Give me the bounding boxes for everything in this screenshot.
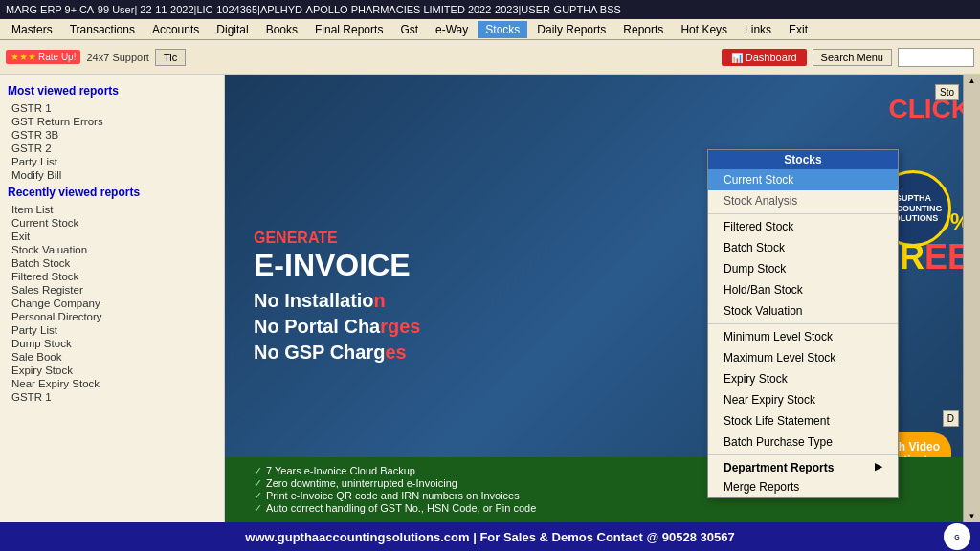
dropdown-current-stock[interactable]: Current Stock bbox=[708, 169, 898, 190]
sidebar-item-expiry-stock[interactable]: Expiry Stock bbox=[8, 364, 216, 377]
toolbar: ★★★ Rate Up! 24x7 Support Tic 📊 Dashboar… bbox=[0, 40, 980, 75]
menu-bar: Masters Transactions Accounts Digital Bo… bbox=[0, 19, 980, 40]
sidebar-item-personal-dir[interactable]: Personal Directory bbox=[8, 310, 216, 323]
sto-label: Sto bbox=[935, 84, 959, 100]
dropdown-near-expiry-stock[interactable]: Near Expiry Stock bbox=[708, 389, 898, 410]
menu-final-reports[interactable]: Final Reports bbox=[307, 21, 390, 38]
dropdown-batch-stock[interactable]: Batch Stock bbox=[708, 237, 898, 258]
sidebar-item-stock-valuation[interactable]: Stock Valuation bbox=[8, 243, 216, 256]
scroll-up-btn[interactable]: ▲ bbox=[969, 77, 976, 85]
menu-exit[interactable]: Exit bbox=[781, 21, 815, 38]
stocks-dropdown-header: Stocks bbox=[708, 150, 898, 169]
d-label: D bbox=[943, 410, 959, 427]
recently-viewed-title: Recently viewed reports bbox=[8, 186, 216, 199]
menu-gst[interactable]: Gst bbox=[392, 21, 426, 38]
sidebar-item-item-list[interactable]: Item List bbox=[8, 203, 216, 216]
dropdown-dept-reports[interactable]: Department Reports ▶ bbox=[708, 457, 898, 476]
scroll-down-btn[interactable]: ▼ bbox=[969, 512, 976, 520]
sidebar-item-change-company[interactable]: Change Company bbox=[8, 297, 216, 310]
arrow-icon: ▶ bbox=[875, 461, 882, 472]
menu-accounts[interactable]: Accounts bbox=[145, 21, 207, 38]
sidebar-item-batch-stock[interactable]: Batch Stock bbox=[8, 256, 216, 270]
menu-masters[interactable]: Masters bbox=[4, 21, 60, 38]
search-input[interactable] bbox=[898, 48, 974, 67]
menu-digital[interactable]: Digital bbox=[209, 21, 256, 38]
sidebar-item-sales-register[interactable]: Sales Register bbox=[8, 283, 216, 297]
stocks-dropdown: Stocks Current Stock Stock Analysis Filt… bbox=[707, 149, 899, 498]
sidebar-item-gstr1[interactable]: GSTR 1 bbox=[8, 101, 216, 115]
title-bar: MARG ERP 9+|CA-99 User| 22-11-2022|LIC-1… bbox=[0, 0, 980, 19]
menu-links[interactable]: Links bbox=[737, 21, 779, 38]
dropdown-expiry-stock[interactable]: Expiry Stock bbox=[708, 368, 898, 389]
sidebar-item-current-stock[interactable]: Current Stock bbox=[8, 216, 216, 230]
dropdown-separator-2 bbox=[708, 323, 898, 324]
dropdown-stock-valuation[interactable]: Stock Valuation bbox=[708, 300, 898, 321]
dropdown-stock-analysis[interactable]: Stock Analysis bbox=[708, 190, 898, 211]
sidebar-item-party-list[interactable]: Party List bbox=[8, 155, 216, 168]
dashboard-button[interactable]: 📊 Dashboard bbox=[722, 49, 807, 66]
dashboard-icon: 📊 bbox=[731, 53, 743, 63]
dropdown-batch-purchase[interactable]: Batch Purchase Type bbox=[708, 431, 898, 452]
sidebar-item-exit[interactable]: Exit bbox=[8, 230, 216, 243]
menu-eway[interactable]: e-Way bbox=[428, 21, 476, 38]
menu-books[interactable]: Books bbox=[258, 21, 305, 38]
footer: www.gupthaaccountingsolutions.com | For … bbox=[0, 522, 980, 551]
sidebar-item-dump-stock[interactable]: Dump Stock bbox=[8, 337, 216, 350]
dropdown-hold-ban-stock[interactable]: Hold/Ban Stock bbox=[708, 279, 898, 300]
menu-reports[interactable]: Reports bbox=[615, 21, 671, 38]
rate-up-badge[interactable]: ★★★ Rate Up! bbox=[6, 50, 80, 64]
dropdown-separator-1 bbox=[708, 213, 898, 214]
rate-up-label: Rate Up! bbox=[38, 52, 76, 62]
content-area: GENERATE E-INVOICE No Installation No Po… bbox=[225, 75, 980, 522]
dropdown-filtered-stock[interactable]: Filtered Stock bbox=[708, 216, 898, 237]
menu-hot-keys[interactable]: Hot Keys bbox=[673, 21, 735, 38]
footer-text: www.gupthaaccountingsolutions.com | For … bbox=[245, 530, 734, 544]
dropdown-stock-life[interactable]: Stock Life Statement bbox=[708, 410, 898, 431]
sidebar-item-gstr2[interactable]: GSTR 2 bbox=[8, 142, 216, 155]
dropdown-max-level-stock[interactable]: Maximum Level Stock bbox=[708, 347, 898, 368]
sidebar-item-gstr3b[interactable]: GSTR 3B bbox=[8, 128, 216, 142]
sidebar-item-sale-book[interactable]: Sale Book bbox=[8, 350, 216, 364]
search-menu-button[interactable]: Search Menu bbox=[813, 49, 892, 66]
sidebar-item-gst-errors[interactable]: GST Return Errors bbox=[8, 115, 216, 128]
right-scrollbar[interactable]: ▲ ▼ bbox=[963, 75, 980, 522]
main-area: Most viewed reports GSTR 1 GST Return Er… bbox=[0, 75, 980, 522]
stars-icon: ★★★ bbox=[11, 52, 36, 62]
sidebar-item-filtered-stock[interactable]: Filtered Stock bbox=[8, 270, 216, 283]
menu-transactions[interactable]: Transactions bbox=[62, 21, 143, 38]
sidebar-item-modify-bill[interactable]: Modify Bill bbox=[8, 168, 216, 182]
support-label: 24x7 Support bbox=[86, 52, 148, 63]
menu-stocks[interactable]: Stocks bbox=[478, 21, 527, 38]
dropdown-dump-stock[interactable]: Dump Stock bbox=[708, 258, 898, 279]
title-text: MARG ERP 9+|CA-99 User| 22-11-2022|LIC-1… bbox=[6, 4, 621, 15]
sidebar: Most viewed reports GSTR 1 GST Return Er… bbox=[0, 75, 225, 522]
dropdown-merge-reports[interactable]: Merge Reports bbox=[708, 476, 898, 497]
dashboard-label: Dashboard bbox=[746, 52, 797, 63]
sidebar-item-party-list-2[interactable]: Party List bbox=[8, 323, 216, 337]
most-viewed-title: Most viewed reports bbox=[8, 84, 216, 98]
ticket-button[interactable]: Tic bbox=[155, 49, 186, 66]
dropdown-separator-3 bbox=[708, 454, 898, 455]
sidebar-item-near-expiry[interactable]: Near Expiry Stock bbox=[8, 377, 216, 390]
footer-logo: G bbox=[944, 523, 970, 550]
sidebar-item-gstr1-2[interactable]: GSTR 1 bbox=[8, 390, 216, 404]
menu-daily-reports[interactable]: Daily Reports bbox=[529, 21, 613, 38]
dropdown-min-level-stock[interactable]: Minimum Level Stock bbox=[708, 326, 898, 347]
